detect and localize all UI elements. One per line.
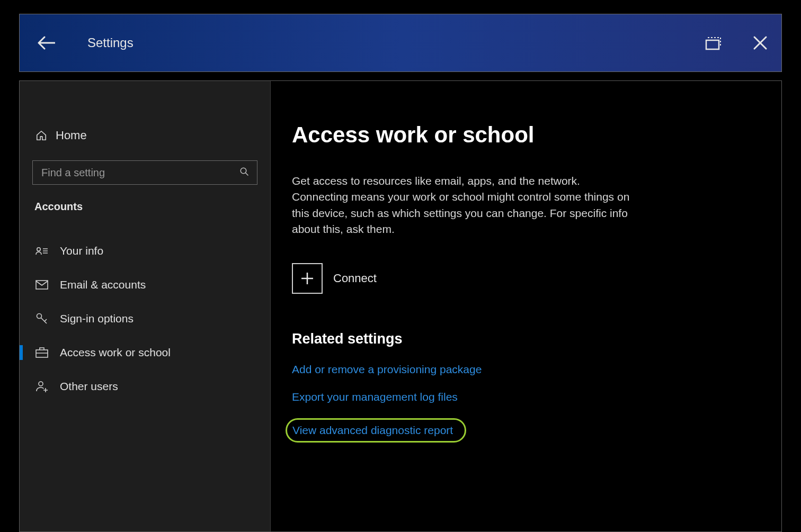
sidebar-home[interactable]: Home	[20, 129, 270, 142]
sidebar-item-email-accounts[interactable]: Email & accounts	[20, 268, 270, 302]
link-export-logs[interactable]: Export your management log files	[292, 391, 750, 403]
search-input[interactable]	[32, 160, 257, 185]
connect-button[interactable]: Connect	[292, 263, 750, 294]
page-description: Get access to resources like email, apps…	[292, 173, 636, 238]
person-card-icon	[34, 246, 49, 256]
window-icon	[702, 35, 723, 51]
briefcase-icon	[34, 347, 49, 358]
sidebar-item-signin-options[interactable]: Sign-in options	[20, 302, 270, 336]
home-icon	[34, 130, 48, 141]
svg-rect-4	[36, 350, 48, 357]
sidebar-item-label: Your info	[60, 245, 103, 257]
connect-label: Connect	[333, 272, 377, 285]
sidebar-section-header: Accounts	[34, 201, 270, 213]
content-window: Home Accounts Your info Email & accounts	[19, 80, 782, 532]
sidebar-item-label: Email & accounts	[60, 278, 146, 291]
window-multitask-button[interactable]	[702, 32, 723, 53]
window-title: Settings	[87, 35, 134, 50]
key-icon	[34, 312, 49, 325]
titlebar-controls	[702, 32, 771, 53]
svg-point-5	[39, 382, 43, 386]
close-button[interactable]	[750, 32, 771, 53]
titlebar: Settings	[19, 14, 782, 72]
related-settings-heading: Related settings	[292, 331, 750, 347]
sidebar-home-label: Home	[56, 129, 87, 142]
main-panel: Access work or school Get access to reso…	[271, 81, 781, 531]
svg-rect-2	[36, 281, 48, 289]
svg-point-1	[37, 248, 40, 251]
add-user-icon	[34, 380, 49, 393]
sidebar-item-label: Sign-in options	[60, 312, 134, 325]
envelope-icon	[34, 280, 49, 290]
highlight-annotation: View advanced diagnostic report	[286, 418, 466, 443]
link-provisioning-package[interactable]: Add or remove a provisioning package	[292, 363, 750, 376]
sidebar: Home Accounts Your info Email & accounts	[20, 81, 271, 531]
back-arrow-icon	[37, 35, 55, 50]
plus-box-icon	[292, 263, 323, 294]
back-button[interactable]	[35, 32, 57, 53]
close-icon	[752, 35, 768, 51]
sidebar-item-access-work-school[interactable]: Access work or school	[20, 336, 270, 369]
sidebar-item-label: Access work or school	[60, 346, 171, 359]
sidebar-item-label: Other users	[60, 380, 118, 393]
sidebar-item-your-info[interactable]: Your info	[20, 234, 270, 268]
link-diagnostic-report[interactable]: View advanced diagnostic report	[292, 424, 453, 437]
search-container	[32, 160, 257, 185]
sidebar-item-other-users[interactable]: Other users	[20, 369, 270, 403]
page-title: Access work or school	[292, 122, 750, 148]
